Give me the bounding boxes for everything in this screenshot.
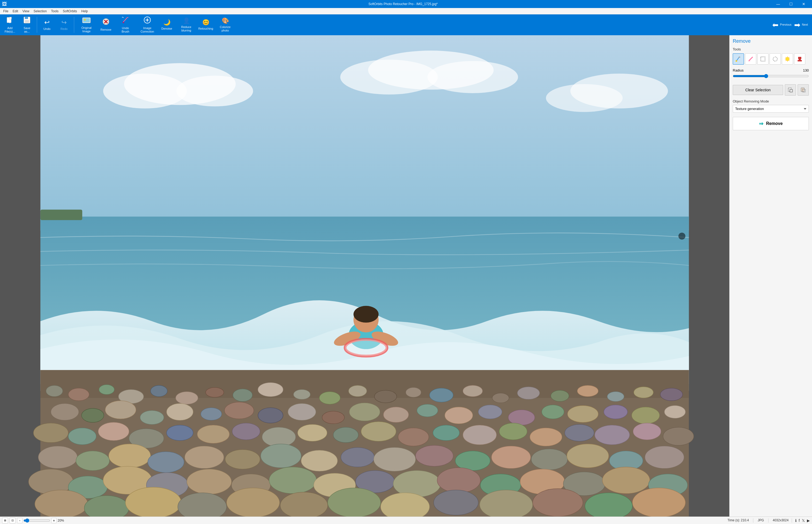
svg-point-76 [232, 423, 260, 440]
svg-rect-7 [83, 18, 90, 22]
radius-row: Radius 130 [733, 68, 809, 72]
menu-file[interactable]: File [1, 9, 11, 14]
twitter-icon[interactable]: 𝕏 [802, 519, 805, 523]
zoom-in-button[interactable]: + [51, 518, 56, 523]
svg-point-101 [455, 451, 490, 470]
svg-point-37 [349, 386, 367, 397]
svg-point-53 [167, 404, 193, 421]
photo-container [0, 35, 729, 517]
save-selection-button[interactable] [785, 84, 796, 96]
toolbar: + Add File(s)... Saveas... ↩ Undo ↪ Redo… [0, 14, 812, 35]
menu-tools[interactable]: Tools [49, 9, 61, 14]
svg-point-90 [38, 446, 78, 469]
svg-point-13 [147, 19, 148, 21]
mode-select[interactable]: Texture generation Smart fill Object awa… [733, 105, 809, 113]
svg-point-81 [398, 428, 429, 446]
undo-brush-button[interactable]: UndoBrush [115, 16, 136, 34]
menu-view[interactable]: View [20, 9, 32, 14]
zoom-slider[interactable] [23, 519, 50, 523]
menu-selection[interactable]: Selection [32, 9, 49, 14]
clear-selection-button[interactable]: Clear Selection [733, 85, 783, 95]
zoom-to-window-button[interactable]: ⊡ [10, 518, 16, 523]
svg-point-78 [298, 424, 327, 441]
svg-point-45 [577, 386, 598, 397]
save-as-button[interactable]: Saveas... [19, 16, 35, 34]
svg-rect-153 [790, 89, 793, 92]
menu-help[interactable]: Help [79, 9, 90, 14]
youtube-icon[interactable]: ▶ [807, 519, 810, 523]
svg-rect-147 [761, 57, 765, 61]
add-files-icon: + [6, 16, 14, 26]
zoom-out-button[interactable]: - [17, 518, 22, 523]
svg-point-50 [82, 408, 104, 422]
svg-point-65 [542, 405, 564, 419]
original-image-button[interactable]: OriginalImage [76, 16, 97, 34]
svg-point-113 [269, 467, 317, 493]
svg-point-70 [33, 423, 68, 443]
next-button[interactable]: ➡ Next [792, 16, 810, 34]
svg-point-144 [678, 232, 685, 240]
add-files-button[interactable]: + Add File(s)... [2, 16, 18, 34]
image-correction-button[interactable]: ImageCorrection [137, 16, 158, 34]
undo-button[interactable]: ↩ Undo [39, 16, 55, 34]
facebook-icon[interactable]: f [799, 519, 800, 523]
mode-select-container: Texture generation Smart fill Object awa… [733, 105, 809, 113]
radius-label: Radius [733, 68, 743, 72]
eraser-tool-button[interactable] [745, 53, 756, 65]
menu-softorbits[interactable]: SoftOrbits [61, 9, 79, 14]
svg-point-102 [492, 446, 530, 469]
magic-wand-tool-button[interactable] [782, 53, 793, 65]
info-icon[interactable]: ℹ [795, 519, 796, 523]
svg-point-69 [664, 406, 685, 418]
colorize-photo-button[interactable]: 🎨 Colorizephoto [215, 16, 236, 34]
minimize-button[interactable]: — [772, 0, 784, 8]
svg-point-66 [568, 406, 598, 423]
svg-point-143 [345, 339, 387, 356]
zoom-to-fit-button[interactable]: ⊞ [2, 518, 8, 523]
load-selection-button[interactable] [798, 84, 809, 96]
svg-point-31 [175, 392, 198, 404]
rect-select-tool-button[interactable] [757, 53, 768, 65]
undo-label: Undo [44, 27, 50, 31]
main-area: Remove Tools [0, 35, 812, 517]
svg-point-93 [148, 452, 184, 473]
tools-row [733, 53, 809, 65]
original-image-icon [82, 17, 91, 25]
svg-point-22 [570, 74, 668, 109]
denoise-button[interactable]: 🌙 Denoise [158, 16, 175, 34]
svg-point-54 [201, 408, 221, 420]
radius-slider[interactable] [733, 74, 809, 78]
svg-point-139 [354, 306, 379, 323]
file-format: JPG [758, 519, 764, 523]
svg-point-63 [478, 405, 502, 419]
svg-point-98 [341, 447, 374, 467]
canvas-area[interactable] [0, 35, 729, 517]
remove-icon [102, 18, 110, 27]
svg-point-17 [176, 76, 253, 107]
denoise-label: Denoise [162, 27, 172, 30]
redo-button[interactable]: ↪ Redo [56, 16, 72, 34]
svg-point-33 [233, 389, 252, 402]
svg-point-49 [51, 404, 79, 421]
svg-point-84 [499, 423, 527, 440]
panel-title: Remove [733, 38, 809, 44]
menu-edit[interactable]: Edit [11, 9, 20, 14]
svg-point-68 [632, 407, 660, 424]
maximize-button[interactable]: ☐ [785, 0, 797, 8]
remove-button[interactable]: Remove [98, 16, 114, 34]
remove-arrow-icon: ⇒ [759, 120, 763, 127]
svg-point-133 [532, 489, 583, 517]
previous-button[interactable]: ⬅ Previous [773, 16, 791, 34]
reduce-blurring-button[interactable]: 👤 Reduceblurring [175, 16, 197, 34]
svg-point-41 [463, 386, 483, 397]
remove-action-button[interactable]: ⇒ Remove [733, 117, 809, 130]
svg-point-34 [258, 382, 283, 396]
stamp-tool-button[interactable] [794, 53, 805, 65]
brush-tool-button[interactable] [733, 53, 744, 65]
svg-rect-5 [25, 20, 29, 23]
retouching-button[interactable]: 😊 Retouching [198, 16, 214, 34]
image-correction-label: ImageCorrection [141, 27, 154, 33]
lasso-tool-button[interactable] [769, 53, 781, 65]
close-button[interactable]: ✕ [798, 0, 810, 8]
svg-point-43 [518, 387, 540, 399]
